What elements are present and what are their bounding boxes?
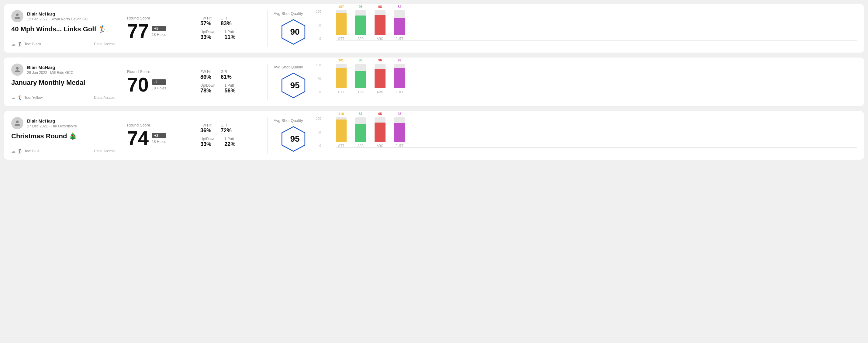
gir-label: GIR	[221, 70, 232, 74]
score-section: Round Score 77 +5 18 Holes	[127, 10, 188, 46]
card-footer: ☁ 🏌 Tee: Blue Data: Arccos	[11, 149, 115, 154]
oneputt-value: 56%	[224, 88, 235, 94]
bar-fill	[336, 120, 347, 142]
bar-wrapper	[355, 117, 366, 142]
bar-fill	[375, 69, 385, 88]
bar-wrapper	[394, 10, 405, 35]
user-date: 27 Dec 2021 · The Oxfordshire	[27, 124, 77, 128]
hexagon-container: 90	[280, 18, 310, 45]
user-date: 29 Jan 2022 · Mill Ride GCC	[27, 70, 73, 75]
stat-oneputt: 1 Putt 22%	[224, 137, 235, 148]
chart-axis: 100 50 0	[310, 10, 322, 40]
divider-2	[194, 64, 194, 100]
axis-50: 50	[318, 131, 321, 134]
bar-chart: 101 OTT 86 APP 96 ARG 99 PU	[336, 64, 857, 100]
round-left-section: Blair McHarg 29 Jan 2022 · Mill Ride GCC…	[11, 64, 115, 100]
quality-label: Avg Shot Quality	[274, 118, 303, 123]
avatar	[11, 64, 23, 76]
round-card: Blair McHarg 12 Feb 2022 · Royal North D…	[4, 4, 864, 53]
score-section: Round Score 70 -2 18 Holes	[127, 64, 188, 100]
bar-fill	[375, 123, 385, 142]
fw-hit-value: 36%	[200, 127, 212, 134]
oneputt-value: 11%	[224, 34, 235, 40]
gir-value: 72%	[221, 127, 232, 134]
bar-group-arg: 98 ARG	[375, 5, 385, 40]
score-holes: 18 Holes	[152, 139, 166, 144]
stats-section: FW Hit 86% GIR 61% Up/Down 78% 1 Putt	[200, 64, 261, 100]
stat-fw-hit: FW Hit 86%	[200, 70, 212, 80]
bar-value-arg: 95	[378, 112, 382, 116]
score-meta: +2 18 Holes	[152, 133, 166, 144]
bar-group-ott: 107 OTT	[336, 5, 347, 40]
bar-group-arg: 95 ARG	[375, 112, 385, 148]
updown-value: 78%	[200, 88, 215, 94]
score-diff-badge: +5	[152, 26, 166, 31]
bar-group-arg: 96 ARG	[375, 58, 385, 94]
card-footer: ☁ 🏌 Tee: Black Data: Arccos	[11, 42, 115, 46]
stat-row-bottom: Up/Down 33% 1 Putt 22%	[200, 137, 261, 148]
stat-oneputt: 1 Putt 11%	[224, 30, 235, 40]
bar-group-ott: 101 OTT	[336, 58, 347, 94]
user-icon	[14, 13, 21, 20]
score-holes: 18 Holes	[152, 86, 166, 90]
chart-section: 100 50 0 110 OTT 87 APP	[316, 117, 857, 154]
axis-100: 100	[316, 10, 321, 13]
bar-fill	[394, 18, 405, 35]
bar-fill	[355, 15, 366, 35]
data-source: Data: Arccos	[94, 149, 115, 153]
score-label: Round Score	[127, 123, 188, 127]
fw-hit-value: 86%	[200, 74, 212, 80]
chart-section: 100 50 0 107 OTT 95 APP	[316, 10, 857, 46]
oneputt-label: 1 Putt	[224, 30, 235, 34]
tee-info: ☁ 🏌 Tee: Blue	[11, 149, 39, 154]
score-row: 74 +2 18 Holes	[127, 129, 188, 148]
round-title: 40 Mph Winds... Links Golf 🏌	[11, 25, 115, 33]
gir-value: 83%	[221, 20, 232, 27]
quality-label: Avg Shot Quality	[274, 65, 303, 69]
bar-value-app: 87	[359, 112, 363, 116]
bar-chart: 107 OTT 95 APP 98 ARG 82 PU	[336, 10, 857, 46]
bar-wrapper	[394, 64, 405, 88]
fw-hit-value: 57%	[200, 20, 212, 27]
stat-row-bottom: Up/Down 33% 1 Putt 11%	[200, 30, 261, 40]
bar-fill	[336, 13, 347, 35]
stat-row-bottom: Up/Down 78% 1 Putt 56%	[200, 83, 261, 94]
round-left-section: Blair McHarg 12 Feb 2022 · Royal North D…	[11, 10, 115, 46]
gir-label: GIR	[221, 16, 232, 20]
bar-fill	[355, 124, 366, 142]
bar-group-app: 87 APP	[355, 112, 366, 148]
round-left-section: Blair McHarg 27 Dec 2021 · The Oxfordshi…	[11, 117, 115, 154]
divider-3	[267, 117, 268, 154]
score-holes: 18 Holes	[152, 33, 166, 37]
stat-updown: Up/Down 33%	[200, 137, 215, 148]
bar-value-ott: 107	[338, 5, 344, 8]
divider-3	[267, 64, 268, 100]
bar-value-app: 86	[359, 58, 363, 62]
bar-group-app: 95 APP	[355, 5, 366, 40]
stat-fw-hit: FW Hit 57%	[200, 16, 212, 27]
tee-info: ☁ 🏌 Tee: Black	[11, 42, 41, 46]
hexagon-container: 95	[280, 72, 310, 99]
oneputt-label: 1 Putt	[224, 83, 235, 88]
bar-value-putt: 93	[398, 112, 401, 116]
bar-fill	[394, 123, 405, 142]
quality-section: Avg Shot Quality 95	[274, 64, 316, 100]
bar-wrapper	[336, 117, 347, 142]
avatar	[11, 10, 23, 22]
quality-section: Avg Shot Quality 95	[274, 117, 316, 154]
bar-wrapper	[375, 10, 385, 35]
stat-gir: GIR 72%	[221, 123, 232, 134]
user-header: Blair McHarg 29 Jan 2022 · Mill Ride GCC	[11, 64, 115, 76]
bar-chart: 110 OTT 87 APP 95 ARG 93 PU	[336, 117, 857, 154]
user-header: Blair McHarg 27 Dec 2021 · The Oxfordshi…	[11, 117, 115, 129]
divider-2	[194, 117, 194, 154]
tee-label: Tee: Black	[24, 42, 41, 46]
bar-value-app: 95	[359, 5, 363, 8]
score-diff-badge: +2	[152, 133, 166, 138]
bar-wrapper	[375, 64, 385, 88]
round-title: Christmas Round 🎄	[11, 132, 115, 140]
oneputt-value: 22%	[224, 141, 235, 148]
chart-baseline	[336, 94, 857, 94]
bar-wrapper	[394, 117, 405, 142]
fw-hit-label: FW Hit	[200, 123, 212, 127]
